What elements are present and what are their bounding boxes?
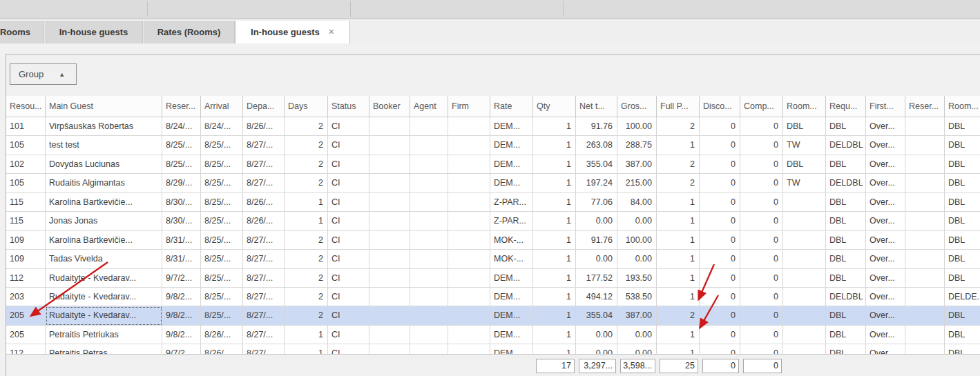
table-row[interactable]: 109Tadas Vivelda8/31/...8/25/...8/27/...… <box>6 250 980 268</box>
table-cell[interactable]: 203 <box>6 288 46 306</box>
table-cell[interactable] <box>448 174 490 192</box>
table-cell[interactable] <box>410 250 448 268</box>
table-cell[interactable]: 8/27/... <box>243 174 285 192</box>
table-row[interactable]: 101Virpšauskas Robertas8/24/...8/24/...8… <box>6 117 980 136</box>
table-cell[interactable]: DBL <box>826 306 866 325</box>
table-row[interactable]: 105test test8/25/...8/25/...8/27/...2CID… <box>6 136 980 155</box>
table-cell[interactable]: 8/30/... <box>162 212 201 230</box>
table-cell[interactable]: Z-PAR... <box>490 212 533 230</box>
table-cell[interactable]: 9/7/2... <box>162 269 201 288</box>
table-cell[interactable]: Rudaityte - Kvedarav... <box>46 269 162 288</box>
table-cell[interactable]: 1 <box>657 250 700 268</box>
table-cell[interactable]: 0 <box>700 136 740 155</box>
table-cell[interactable]: 8/27/... <box>243 250 285 268</box>
table-cell[interactable]: 0 <box>740 288 783 306</box>
table-cell[interactable]: DBL <box>945 250 980 268</box>
table-cell[interactable]: DBL <box>945 155 980 174</box>
table-cell[interactable]: 1 <box>533 155 576 174</box>
table-cell[interactable] <box>905 288 945 306</box>
header-cell-qty[interactable]: Qty <box>533 96 576 117</box>
table-cell[interactable]: MOK-... <box>490 250 533 268</box>
table-cell[interactable] <box>410 193 448 212</box>
table-cell[interactable]: 8/25/... <box>201 193 243 212</box>
table-cell[interactable]: 8/25/... <box>162 136 201 155</box>
table-cell[interactable] <box>905 174 945 192</box>
table-row[interactable]: 205Petraitis Petriukas9/8/2...8/26/...8/… <box>6 326 980 344</box>
table-cell[interactable]: CI <box>328 174 369 192</box>
table-cell[interactable] <box>369 269 410 288</box>
table-cell[interactable] <box>783 193 826 212</box>
table-cell[interactable]: 0 <box>700 231 740 250</box>
table-cell[interactable] <box>448 212 490 230</box>
table-cell[interactable] <box>410 136 448 155</box>
table-cell[interactable]: 0 <box>740 269 783 288</box>
table-cell[interactable] <box>410 326 448 344</box>
table-cell[interactable]: DBL <box>945 306 980 325</box>
tab-rooms[interactable]: Rooms <box>0 21 44 43</box>
header-cell-disco[interactable]: Disco... <box>700 96 740 117</box>
table-cell[interactable]: 8/30/... <box>162 193 201 212</box>
table-cell[interactable] <box>410 117 448 136</box>
table-cell[interactable]: Over... <box>866 326 905 344</box>
table-cell[interactable]: 1 <box>657 326 700 344</box>
table-cell[interactable] <box>369 231 410 250</box>
table-cell[interactable]: DEM... <box>490 326 533 344</box>
table-cell[interactable]: 8/31/... <box>162 250 201 268</box>
table-cell[interactable]: 387.00 <box>617 155 657 174</box>
table-cell[interactable]: CI <box>328 288 369 306</box>
table-cell[interactable]: 2 <box>285 117 328 136</box>
table-cell[interactable] <box>410 306 448 325</box>
table-cell[interactable] <box>783 326 826 344</box>
table-cell[interactable]: DELDE... <box>945 288 980 306</box>
table-row[interactable]: 112Rudaityte - Kvedarav...9/7/2...8/25/.… <box>6 269 980 288</box>
table-cell[interactable]: 1 <box>533 117 576 136</box>
header-cell-reser[interactable]: Reser... <box>162 96 201 117</box>
table-cell[interactable]: Over... <box>866 212 905 230</box>
table-cell[interactable] <box>369 136 410 155</box>
table-cell[interactable] <box>783 212 826 230</box>
table-cell[interactable] <box>410 288 448 306</box>
table-cell[interactable] <box>783 231 826 250</box>
table-cell[interactable]: 102 <box>6 155 46 174</box>
table-cell[interactable] <box>448 250 490 268</box>
header-cell-gros[interactable]: Gros... <box>617 96 657 117</box>
table-cell[interactable]: Tadas Vivelda <box>46 250 162 268</box>
table-cell[interactable]: 0.00 <box>576 212 617 230</box>
table-cell[interactable]: DEM... <box>490 306 533 325</box>
table-cell[interactable]: CI <box>328 212 369 230</box>
table-cell[interactable]: DEM... <box>490 269 533 288</box>
table-cell[interactable] <box>448 306 490 325</box>
table-cell[interactable]: 1 <box>285 326 328 344</box>
table-cell[interactable]: 8/25/... <box>201 231 243 250</box>
table-cell[interactable]: CI <box>328 306 369 325</box>
table-cell[interactable]: 355.04 <box>576 306 617 325</box>
header-cell-depa[interactable]: Depa... <box>243 96 285 117</box>
table-cell[interactable]: DEM... <box>490 117 533 136</box>
table-cell[interactable] <box>448 193 490 212</box>
table-cell[interactable]: Over... <box>866 155 905 174</box>
table-cell[interactable] <box>369 193 410 212</box>
table-cell[interactable]: 8/25/... <box>201 155 243 174</box>
table-cell[interactable]: 1 <box>657 136 700 155</box>
table-cell[interactable] <box>369 250 410 268</box>
table-cell[interactable]: DBL <box>783 155 826 174</box>
table-cell[interactable]: 8/27/... <box>243 288 285 306</box>
table-cell[interactable]: 215.00 <box>617 174 657 192</box>
table-cell[interactable]: 8/27/... <box>243 231 285 250</box>
table-cell[interactable] <box>905 136 945 155</box>
table-cell[interactable]: Rudaitis Algimantas <box>46 174 162 192</box>
table-cell[interactable] <box>783 306 826 325</box>
table-cell[interactable] <box>448 326 490 344</box>
table-cell[interactable]: 8/27/... <box>243 326 285 344</box>
table-cell[interactable]: 8/25/... <box>201 136 243 155</box>
header-cell-days[interactable]: Days <box>285 96 328 117</box>
table-cell[interactable]: Over... <box>866 306 905 325</box>
table-cell[interactable]: 1 <box>657 193 700 212</box>
table-cell[interactable]: 0 <box>700 250 740 268</box>
table-cell[interactable]: Over... <box>866 269 905 288</box>
table-cell[interactable]: 2 <box>657 155 700 174</box>
table-cell[interactable]: 205 <box>6 326 46 344</box>
table-cell[interactable]: Rudaityte - Kvedarav... <box>46 306 162 325</box>
header-cell-status[interactable]: Status <box>328 96 369 117</box>
table-cell[interactable]: 2 <box>285 174 328 192</box>
